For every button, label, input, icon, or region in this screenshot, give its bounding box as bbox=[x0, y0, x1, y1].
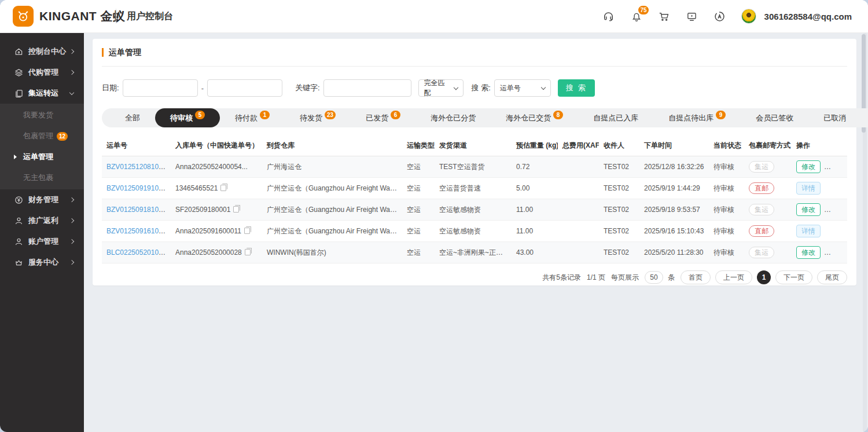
sidebar-subitem[interactable]: 包裹管理12 bbox=[0, 126, 84, 147]
mail-method-pill: 集运 bbox=[749, 247, 774, 258]
actions-cell: 修改详情 bbox=[792, 199, 847, 221]
tab-待发货[interactable]: 待发货23 bbox=[285, 108, 351, 127]
edit-button[interactable]: 修改 bbox=[796, 246, 821, 259]
column-header: 下单时间 bbox=[639, 136, 709, 156]
status-cell: 待审核 bbox=[709, 242, 744, 263]
sidebar-item[interactable]: 账户管理 bbox=[0, 231, 84, 252]
sidebar-item[interactable]: 服务中心 bbox=[0, 252, 84, 273]
copy-icon[interactable] bbox=[245, 249, 251, 255]
user-avatar[interactable] bbox=[741, 9, 756, 24]
date-from-input[interactable] bbox=[123, 79, 198, 97]
sidebar-item[interactable]: 推广返利 bbox=[0, 210, 84, 231]
tab-海外仓已交货[interactable]: 海外仓已交货8 bbox=[491, 108, 578, 127]
chevron-down-icon bbox=[454, 85, 458, 89]
sidebar-item[interactable]: 控制台中心 bbox=[0, 41, 84, 62]
tab-待付款[interactable]: 待付款1 bbox=[220, 108, 285, 127]
edit-button[interactable]: 修改 bbox=[796, 203, 821, 216]
tab-自提点待出库[interactable]: 自提点待出库9 bbox=[653, 108, 741, 127]
current-page-button[interactable]: 1 bbox=[757, 270, 771, 284]
column-header: 运单号 bbox=[102, 136, 171, 156]
records-summary: 共有5条记录 bbox=[542, 273, 581, 283]
tab-海外仓已分货[interactable]: 海外仓已分货 bbox=[415, 108, 491, 127]
support-icon[interactable] bbox=[602, 10, 615, 23]
mail-method-pill[interactable]: 直邮 bbox=[749, 225, 774, 237]
chevron-down-icon bbox=[541, 85, 546, 89]
tab-问题单[interactable]: 问题单1 bbox=[861, 108, 868, 127]
sidebar-subitem[interactable]: 我要发货 bbox=[0, 105, 84, 126]
main-area: 运单管理 日期: - 关键字: 完全匹配 搜 索: 运单号 搜 索 bbox=[84, 33, 868, 432]
sidebar-item[interactable]: 集运转运 bbox=[0, 83, 84, 104]
tab-自提点已入库[interactable]: 自提点已入库 bbox=[578, 108, 653, 127]
detail-button[interactable]: 详情 bbox=[796, 225, 821, 237]
sidebar-subitem[interactable]: 无主包裹 bbox=[0, 167, 84, 188]
home-icon bbox=[14, 47, 23, 56]
waybill-link[interactable]: BZV01250918101096 bbox=[106, 206, 171, 214]
search-type-select[interactable]: 运单号 bbox=[494, 79, 551, 97]
sidebar-item[interactable]: 财务管理 bbox=[0, 189, 84, 210]
prev-page-button[interactable]: 上一页 bbox=[715, 270, 752, 284]
user-email[interactable]: 3061628584@qq.com bbox=[764, 12, 852, 21]
warehouse-cell: 广州空运仓（Guangzhou Air Freight Warehouse） bbox=[262, 199, 402, 221]
channel-cell: 空运普货普速 bbox=[435, 178, 512, 199]
detail-button[interactable]: 详情 bbox=[796, 182, 821, 195]
waybill-link[interactable]: BZV01250919101098 bbox=[106, 184, 171, 192]
inbound-number-cell: SF202509180001 bbox=[171, 199, 262, 221]
tab-已发货[interactable]: 已发货6 bbox=[351, 108, 415, 127]
mail-method-cell: 集运 bbox=[744, 156, 792, 178]
page-title: 运单管理 bbox=[109, 47, 141, 58]
actions-cell: 修改详情 bbox=[792, 242, 847, 263]
recipient-cell: TEST02 bbox=[599, 242, 639, 263]
sidebar-subitem[interactable]: 运单管理 bbox=[0, 147, 84, 167]
cart-icon[interactable] bbox=[658, 10, 671, 23]
sidebar-item[interactable]: 代购管理 bbox=[0, 62, 84, 83]
copy-icon[interactable] bbox=[244, 228, 250, 234]
tab-待审核[interactable]: 待审核5 bbox=[155, 108, 220, 127]
last-page-button[interactable]: 尾页 bbox=[817, 270, 847, 284]
chevron-right-icon bbox=[69, 260, 74, 265]
recipient-cell: TEST02 bbox=[599, 156, 639, 178]
waybill-link[interactable]: BZV01251208101142 bbox=[106, 163, 171, 171]
count-badge: 5 bbox=[195, 111, 205, 119]
tab-会员已签收[interactable]: 会员已签收 bbox=[741, 108, 808, 127]
waybill-number-cell: BZV01250918101096 bbox=[102, 199, 171, 221]
copy-icon[interactable] bbox=[220, 185, 226, 191]
match-mode-select[interactable]: 完全匹配 bbox=[418, 79, 464, 97]
actions-cell: 修改详情 bbox=[792, 156, 847, 178]
column-header: 收件人 bbox=[599, 136, 639, 156]
recipient-cell: TEST02 bbox=[599, 178, 639, 199]
search-button[interactable]: 搜 索 bbox=[558, 79, 595, 97]
count-badge: 23 bbox=[325, 111, 336, 119]
edit-button[interactable]: 修改 bbox=[796, 160, 821, 173]
tab-全部[interactable]: 全部 bbox=[110, 108, 155, 127]
actions-cell: 详情 bbox=[792, 178, 847, 199]
channel-cell: 空运敏感物资 bbox=[435, 199, 512, 221]
per-page-label: 每页展示 bbox=[611, 273, 639, 283]
warehouse-cell: 广州海运仓 bbox=[262, 156, 402, 178]
date-to-input[interactable] bbox=[207, 79, 282, 97]
next-page-button[interactable]: 下一页 bbox=[775, 270, 812, 284]
per-page-input[interactable] bbox=[645, 271, 663, 284]
video-monitor-icon[interactable] bbox=[686, 10, 698, 23]
active-pointer-icon bbox=[14, 155, 17, 159]
waybill-number-cell: BZV01251208101142 bbox=[102, 156, 171, 178]
mail-method-cell: 集运 bbox=[744, 242, 792, 263]
a-circle-icon[interactable] bbox=[713, 10, 726, 23]
keyword-input[interactable] bbox=[323, 79, 411, 97]
recipient-cell: TEST02 bbox=[599, 199, 639, 221]
order-time-cell: 2025/9/19 1:44:29 bbox=[639, 178, 709, 199]
brand-logo[interactable]: KINGANT 金蚁 bbox=[0, 6, 102, 27]
copy-icon[interactable] bbox=[233, 206, 239, 213]
tab-已取消[interactable]: 已取消 bbox=[808, 108, 861, 127]
total-cost-cell bbox=[558, 178, 599, 199]
scrollbar-track[interactable] bbox=[863, 33, 867, 432]
mail-method-pill[interactable]: 直邮 bbox=[749, 182, 774, 194]
transport-type-cell: 空运 bbox=[402, 221, 435, 242]
notifications-bell-icon[interactable]: 75 bbox=[630, 10, 643, 23]
filter-bar: 日期: - 关键字: 完全匹配 搜 索: 运单号 搜 索 bbox=[102, 79, 847, 97]
waybill-link[interactable]: BZV01250916101093 bbox=[106, 227, 171, 235]
waybill-number-cell: BZV01250919101098 bbox=[102, 178, 171, 199]
first-page-button[interactable]: 首页 bbox=[681, 270, 711, 284]
transport-type-cell: 空运 bbox=[402, 199, 435, 221]
ant-logo-icon bbox=[13, 6, 34, 27]
waybill-link[interactable]: BLC02250520100761 bbox=[106, 248, 171, 257]
